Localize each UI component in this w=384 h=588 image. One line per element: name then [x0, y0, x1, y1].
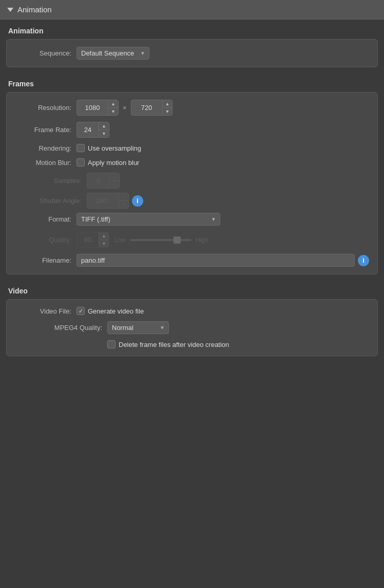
format-row: Format: TIFF (.tiff) JPEG (.jpg) PNG (.p… — [15, 213, 369, 226]
mpeg4-quality-label: MPEG4 Quality: — [25, 324, 107, 332]
rendering-checkbox-label: Use oversampling — [88, 144, 141, 152]
shutter-angle-input — [87, 193, 118, 208]
samples-down: ▼ — [109, 180, 119, 188]
shutter-angle-info-icon[interactable]: i — [132, 195, 143, 207]
frame-rate-label: Frame Rate: — [15, 126, 76, 134]
quality-spinner: ▲ ▼ — [76, 232, 109, 248]
quality-up: ▲ — [99, 232, 109, 240]
delete-frames-row: Delete frame files after video creation — [15, 340, 369, 348]
animation-card: Sequence: Default Sequence Sequence 1 Se… — [6, 39, 378, 67]
samples-up: ▲ — [109, 173, 119, 180]
filename-input[interactable] — [76, 254, 355, 267]
resolution-row: Resolution: ▲ ▼ × ▲ ▼ — [15, 100, 369, 116]
resolution-label: Resolution: — [15, 104, 76, 112]
delete-frames-checkbox-label: Delete frame files after video creation — [119, 341, 229, 348]
shutter-angle-up: ▲ — [119, 193, 128, 200]
shutter-angle-down: ▼ — [119, 200, 128, 208]
quality-high-label: High — [196, 236, 208, 244]
shutter-angle-label: Shutter Angle: — [15, 197, 87, 205]
resolution-height-spinner: ▲ ▼ — [131, 100, 173, 116]
quality-low-label: Low — [114, 236, 126, 244]
quality-input — [77, 232, 99, 247]
filename-label: Filename: — [15, 256, 76, 264]
samples-input — [87, 173, 109, 188]
frame-rate-spinner: ▲ ▼ — [76, 122, 109, 138]
samples-spinner: ▲ ▼ — [87, 173, 120, 189]
video-file-checkbox[interactable]: ✓ — [76, 307, 85, 315]
shutter-angle-buttons: ▲ ▼ — [118, 193, 128, 208]
resolution-width-input[interactable] — [77, 100, 108, 115]
frames-section-label: Frames — [0, 72, 384, 92]
resolution-width-down[interactable]: ▼ — [108, 107, 118, 115]
format-label: Format: — [15, 215, 76, 223]
resolution-width-spinner: ▲ ▼ — [76, 100, 119, 116]
motion-blur-checkbox[interactable] — [76, 158, 85, 167]
samples-buttons: ▲ ▼ — [109, 173, 119, 188]
rendering-checkbox[interactable] — [76, 144, 85, 152]
filename-info-icon[interactable]: i — [358, 255, 369, 266]
format-select-wrapper: TIFF (.tiff) JPEG (.jpg) PNG (.png) BMP … — [76, 213, 220, 226]
quality-slider-row: Low High — [109, 236, 208, 244]
resolution-separator: × — [123, 104, 127, 112]
frame-rate-input[interactable] — [77, 122, 99, 137]
delete-frames-checkbox-wrapper[interactable]: Delete frame files after video creation — [107, 340, 229, 348]
video-file-row: Video File: ✓ Generate video file — [15, 307, 369, 315]
video-card: Video File: ✓ Generate video file MPEG4 … — [6, 299, 378, 356]
frame-rate-down[interactable]: ▼ — [99, 130, 109, 137]
motion-blur-row: Motion Blur: Apply motion blur — [15, 158, 369, 167]
video-file-checkmark: ✓ — [79, 308, 83, 314]
format-select[interactable]: TIFF (.tiff) JPEG (.jpg) PNG (.png) BMP … — [76, 213, 220, 226]
motion-blur-checkbox-label: Apply motion blur — [88, 159, 139, 167]
quality-down: ▼ — [99, 240, 109, 247]
mpeg4-select-wrapper: Normal Low High Best ▼ — [107, 321, 169, 334]
video-file-checkbox-wrapper[interactable]: ✓ Generate video file — [76, 307, 144, 315]
mpeg4-quality-select[interactable]: Normal Low High Best — [107, 321, 169, 334]
mpeg4-quality-row: MPEG4 Quality: Normal Low High Best ▼ — [15, 321, 369, 334]
title-bar: Animation — [0, 0, 384, 20]
quality-buttons: ▲ ▼ — [99, 232, 109, 247]
resolution-height-up[interactable]: ▲ — [163, 100, 172, 107]
video-section-label: Video — [0, 280, 384, 299]
shutter-angle-row: Shutter Angle: ▲ ▼ i — [15, 193, 369, 209]
rendering-label: Rendering: — [15, 144, 76, 152]
frame-rate-up[interactable]: ▲ — [99, 122, 109, 130]
quality-row: Quality: ▲ ▼ Low High — [15, 232, 369, 248]
video-file-label: Video File: — [15, 307, 76, 315]
motion-blur-label: Motion Blur: — [15, 159, 76, 167]
shutter-angle-spinner: ▲ ▼ — [87, 193, 129, 209]
resolution-height-buttons: ▲ ▼ — [162, 100, 172, 115]
quality-slider — [130, 239, 191, 241]
sequence-label: Sequence: — [15, 49, 76, 57]
quality-label: Quality: — [15, 236, 76, 244]
frame-rate-buttons: ▲ ▼ — [99, 122, 109, 137]
collapse-triangle[interactable] — [7, 8, 13, 12]
filename-row: Filename: i — [15, 254, 369, 267]
samples-row: Samples: ▲ ▼ — [15, 173, 369, 189]
resolution-width-buttons: ▲ ▼ — [108, 100, 118, 115]
title-bar-label: Animation — [17, 5, 52, 14]
animation-section-label: Animation — [0, 20, 384, 39]
delete-frames-checkbox[interactable] — [107, 340, 116, 348]
sequence-row: Sequence: Default Sequence Sequence 1 Se… — [15, 47, 369, 60]
rendering-checkbox-wrapper[interactable]: Use oversampling — [76, 144, 141, 152]
frame-rate-row: Frame Rate: ▲ ▼ — [15, 122, 369, 138]
resolution-height-input[interactable] — [131, 100, 162, 115]
sequence-select[interactable]: Default Sequence Sequence 1 Sequence 2 — [76, 47, 149, 60]
motion-blur-checkbox-wrapper[interactable]: Apply motion blur — [76, 158, 139, 167]
rendering-row: Rendering: Use oversampling — [15, 144, 369, 152]
resolution-height-down[interactable]: ▼ — [163, 107, 172, 115]
resolution-width-up[interactable]: ▲ — [108, 100, 118, 107]
frames-card: Resolution: ▲ ▼ × ▲ ▼ Frame Rate: ▲ ▼ — [6, 92, 378, 274]
sequence-select-wrapper: Default Sequence Sequence 1 Sequence 2 ▼ — [76, 47, 149, 60]
samples-label: Samples: — [15, 177, 87, 185]
video-file-checkbox-label: Generate video file — [88, 307, 144, 315]
